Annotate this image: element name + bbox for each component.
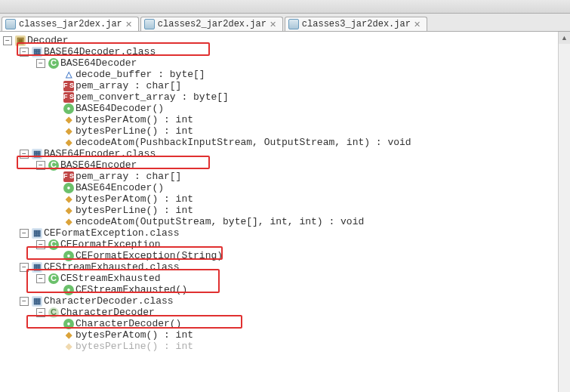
tab-classes2-jar2dex[interactable]: classes2_jar2dex.jar ✕ xyxy=(140,17,283,31)
field-icon: △ xyxy=(63,69,74,80)
tree-row-field[interactable]: F S pem_array : char[] xyxy=(2,80,568,91)
class-icon: C xyxy=(48,273,59,284)
tab-label: classes3_jar2dex.jar xyxy=(302,19,411,29)
collapse-icon[interactable]: − xyxy=(36,59,45,68)
tree-row-class[interactable]: − C CEStreamExhausted xyxy=(2,273,568,284)
class-icon: C xyxy=(48,239,59,250)
classfile-icon: ▦ xyxy=(32,47,42,57)
tree-row-method[interactable]: ◆ bytesPerAtom() : int xyxy=(2,329,568,341)
collapse-icon[interactable]: − xyxy=(20,297,29,306)
method-icon: ◆ xyxy=(63,217,74,227)
abstract-class-icon: C xyxy=(48,307,59,318)
method-icon: ◆ xyxy=(63,126,74,137)
classfile-icon: ▦ xyxy=(32,228,42,239)
toolbar xyxy=(0,0,570,14)
static-field-icon: F S xyxy=(63,92,74,103)
tree-row-constructor[interactable]: ● BASE64Decoder() xyxy=(2,103,568,114)
tab-label: classes_jar2dex.jar xyxy=(19,19,122,29)
package-icon: ▣ xyxy=(15,35,26,46)
tab-label: classes2_jar2dex.jar xyxy=(158,19,267,29)
tree-row-classfile[interactable]: − ▦ BASE64Encoder.class xyxy=(2,148,568,159)
tree-row-constructor[interactable]: ● CEStreamExhausted() xyxy=(2,284,568,295)
tree-row-classfile[interactable]: − ▦ CEFormatException.class xyxy=(2,227,568,239)
tree-row-method[interactable]: ◆ bytesPerAtom() : int xyxy=(2,114,568,125)
tree-row-class[interactable]: − C CEFormatException xyxy=(2,239,568,250)
method-icon: ◆ xyxy=(63,205,74,216)
collapse-icon[interactable]: − xyxy=(36,274,45,283)
collapse-icon[interactable]: − xyxy=(20,229,29,238)
tree-row-field[interactable]: F S pem_array : char[] xyxy=(2,171,568,182)
collapse-icon[interactable]: − xyxy=(20,150,29,159)
collapse-icon[interactable]: − xyxy=(3,36,12,45)
tree-row-method[interactable]: ◆ encodeAtom(OutputStream, byte[], int, … xyxy=(2,216,568,227)
method-icon: ◆ xyxy=(63,115,74,125)
constructor-icon: ● xyxy=(63,251,74,261)
tree-row-method[interactable]: ◆ decodeAtom(PushbackInputStream, Output… xyxy=(2,137,568,148)
constructor-icon: ● xyxy=(63,183,74,193)
tree-row-class[interactable]: − C CharacterDecoder xyxy=(2,307,568,318)
tree-row-constructor[interactable]: ● CharacterDecoder() xyxy=(2,318,568,329)
tree-row-field[interactable]: F S pem_convert_array : byte[] xyxy=(2,91,568,103)
classfile-icon: ▦ xyxy=(32,149,42,159)
constructor-icon: ● xyxy=(63,319,74,329)
tree-row-package[interactable]: − ▣ Decoder xyxy=(2,35,568,46)
vertical-scrollbar[interactable]: ▲ xyxy=(558,32,570,392)
static-field-icon: F S xyxy=(63,81,74,91)
jar-icon xyxy=(288,19,299,29)
tree-row-class[interactable]: − C BASE64Encoder xyxy=(2,159,568,171)
tree-row-classfile[interactable]: − ▦ BASE64Decoder.class xyxy=(2,46,568,57)
class-icon: C xyxy=(48,58,59,69)
tree-row-method[interactable]: ◆ bytesPerAtom() : int xyxy=(2,193,568,205)
outline-tree[interactable]: − ▣ Decoder − ▦ BASE64Decoder.class − C … xyxy=(0,32,570,352)
class-icon: C xyxy=(48,160,59,171)
tree-row-method[interactable]: ◆ bytesPerLine() : int xyxy=(2,341,568,352)
classfile-icon: ▦ xyxy=(32,296,42,307)
method-icon: ◆ xyxy=(63,341,74,352)
method-icon: ◆ xyxy=(63,194,74,205)
classfile-icon: ▦ xyxy=(32,262,42,273)
tree-row-field[interactable]: △ decode_buffer : byte[] xyxy=(2,69,568,80)
method-icon: ◆ xyxy=(63,330,74,341)
tree-row-constructor[interactable]: ● BASE64Encoder() xyxy=(2,182,568,193)
tree-row-method[interactable]: ◆ bytesPerLine() : int xyxy=(2,125,568,137)
close-icon[interactable]: ✕ xyxy=(270,20,276,29)
constructor-icon: ● xyxy=(63,103,74,114)
tree-row-method[interactable]: ◆ bytesPerLine() : int xyxy=(2,205,568,216)
collapse-icon[interactable]: − xyxy=(36,308,45,317)
static-field-icon: F S xyxy=(63,171,74,182)
close-icon[interactable]: ✕ xyxy=(125,20,132,29)
tree-row-class[interactable]: − C BASE64Decoder xyxy=(2,57,568,69)
jar-icon xyxy=(5,19,16,29)
collapse-icon[interactable]: − xyxy=(20,48,29,57)
collapse-icon[interactable]: − xyxy=(36,161,45,170)
constructor-icon: ● xyxy=(63,285,74,295)
collapse-icon[interactable]: − xyxy=(20,263,29,272)
tab-classes-jar2dex[interactable]: classes_jar2dex.jar ✕ xyxy=(2,17,139,31)
tree-row-constructor[interactable]: ● CEFormatException(String) xyxy=(2,250,568,261)
jar-icon xyxy=(144,19,155,29)
collapse-icon[interactable]: − xyxy=(36,240,45,249)
method-icon: ◆ xyxy=(63,137,74,148)
tree-row-classfile[interactable]: − ▦ CharacterDecoder.class xyxy=(2,295,568,307)
tab-classes3-jar2dex[interactable]: classes3_jar2dex.jar ✕ xyxy=(285,17,427,31)
editor-tabs: classes_jar2dex.jar ✕ classes2_jar2dex.j… xyxy=(0,14,570,32)
tree-row-classfile[interactable]: − ▦ CEStreamExhausted.class xyxy=(2,261,568,273)
close-icon[interactable]: ✕ xyxy=(414,20,421,29)
scroll-up-icon[interactable]: ▲ xyxy=(559,32,570,44)
